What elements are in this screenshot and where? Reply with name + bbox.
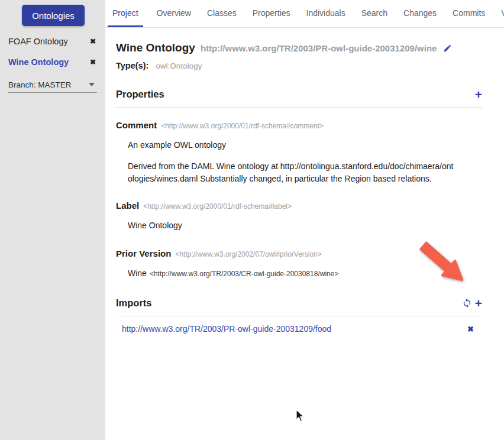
ontology-header: Wine Ontology http://www.w3.org/TR/2003/…: [116, 41, 504, 54]
page-title: Wine Ontology: [116, 41, 195, 54]
branch-label: Branch: MASTER: [8, 80, 72, 89]
tab-individuals[interactable]: Individuals: [304, 0, 348, 27]
main-panel: Project Overview Classes Properties Indi…: [105, 0, 504, 440]
imports-section-header: Imports +: [116, 297, 482, 309]
property-uri: <http://www.w3.org/2002/07/owl#priorVers…: [175, 250, 321, 258]
properties-heading: Properties: [116, 89, 164, 100]
property-uri: <http://www.w3.org/2000/01/rdf-schema#la…: [143, 202, 292, 211]
property-name: Prior Version: [116, 248, 171, 258]
import-link[interactable]: http://www.w3.org/TR/2003/PR-owl-guide-2…: [122, 324, 331, 334]
content-area: Wine Ontology http://www.w3.org/TR/2003/…: [105, 41, 504, 341]
sidebar: Ontologies FOAF Ontology ✖ Wine Ontology…: [0, 0, 105, 440]
import-row: http://www.w3.org/TR/2003/PR-owl-guide-2…: [116, 316, 482, 341]
refresh-imports-icon[interactable]: [462, 298, 472, 308]
property-value: An example OWL ontology: [128, 139, 504, 151]
tab-bar: Project Overview Classes Properties Indi…: [105, 0, 504, 28]
property-block-comment: Comment <http://www.w3.org/2000/01/rdf-s…: [116, 120, 504, 185]
property-name: Comment: [116, 120, 157, 130]
tab-classes[interactable]: Classes: [205, 0, 239, 27]
remove-import-icon[interactable]: ✖: [467, 325, 474, 334]
property-block-prior-version: Prior Version <http://www.w3.org/2002/07…: [116, 248, 504, 280]
property-uri: <http://www.w3.org/2000/01/rdf-schema#co…: [161, 122, 324, 130]
tab-search[interactable]: Search: [359, 0, 390, 27]
ontologies-button[interactable]: Ontologies: [22, 5, 85, 26]
types-row: Type(s): owl:Ontology: [116, 61, 504, 70]
tab-changes[interactable]: Changes: [401, 0, 439, 27]
property-value: Wine Ontology: [128, 219, 504, 232]
chevron-down-icon: [89, 83, 95, 86]
edit-icon[interactable]: [443, 44, 452, 53]
add-import-button[interactable]: +: [475, 298, 482, 309]
property-block-label: Label <http://www.w3.org/2000/01/rdf-sch…: [116, 200, 504, 232]
app-window: Ontologies FOAF Ontology ✖ Wine Ontology…: [0, 0, 504, 440]
types-label: Type(s):: [116, 61, 148, 70]
add-property-button[interactable]: +: [475, 89, 482, 100]
ontology-list-item: FOAF Ontology ✖: [8, 37, 96, 46]
properties-section-header: Properties +: [116, 89, 482, 100]
sidebar-item-wine-ontology[interactable]: Wine Ontology: [8, 57, 69, 67]
sidebar-item-foaf-ontology[interactable]: FOAF Ontology: [8, 37, 68, 46]
property-value: Derived from the DAML Wine ontology at h…: [128, 160, 458, 185]
imports-heading: Imports: [116, 297, 152, 309]
property-name: Label: [116, 200, 139, 211]
divider: [116, 107, 482, 108]
ontology-list-item: Wine Ontology ✖: [8, 57, 96, 67]
ontology-iri: http://www.w3.org/TR/2003/PR-owl-guide-2…: [201, 43, 437, 53]
property-value: Wine<http://www.w3.org/TR/2003/CR-owl-gu…: [128, 267, 504, 280]
close-icon[interactable]: ✖: [90, 37, 96, 46]
tab-versions[interactable]: Versions: [499, 0, 504, 27]
tab-overview[interactable]: Overview: [154, 0, 193, 27]
tab-properties[interactable]: Properties: [250, 0, 293, 27]
value-uri: <http://www.w3.org/TR/2003/CR-owl-guide-…: [150, 270, 339, 278]
types-value: owl:Ontology: [156, 62, 202, 70]
tab-project[interactable]: Project: [108, 0, 143, 27]
branch-selector[interactable]: Branch: MASTER: [8, 77, 97, 93]
tab-commits[interactable]: Commits: [450, 0, 487, 27]
close-icon[interactable]: ✖: [90, 58, 96, 66]
